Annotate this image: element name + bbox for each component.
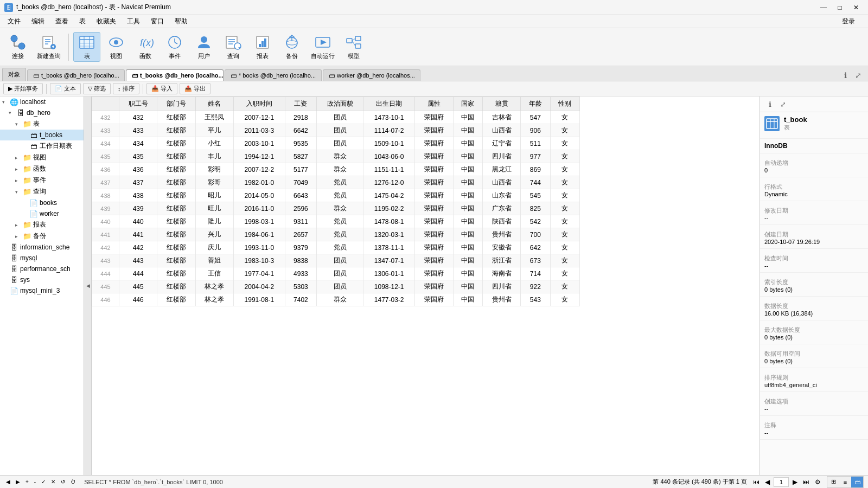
tab-tbooks1[interactable]: 🗃 t_books @db_hero (localho... [27, 69, 125, 81]
cell-11-10[interactable]: 673 [521, 254, 550, 267]
cell-0-6[interactable]: 1473-10-1 [363, 111, 415, 124]
status-refresh[interactable]: ↺ [59, 479, 67, 485]
cell-10-11[interactable]: 女 [550, 241, 579, 254]
cell-2-4[interactable]: 9535 [285, 137, 316, 150]
cell-6-0[interactable]: 438 [119, 189, 157, 202]
cell-0-7[interactable]: 荣国府 [415, 111, 453, 124]
cell-0-11[interactable]: 女 [550, 111, 579, 124]
cell-8-4[interactable]: 9311 [285, 215, 316, 228]
toolbar-query[interactable]: 查询 [220, 33, 247, 61]
cell-0-8[interactable]: 中国 [453, 111, 482, 124]
table-row[interactable]: 436436红楼部彩明2007-12-25177群众1151-11-1荣国府中国… [92, 163, 580, 176]
cell-3-7[interactable]: 荣国府 [415, 150, 453, 163]
sidebar-item-16[interactable]: 🗄sys [0, 274, 84, 285]
cell-6-11[interactable]: 女 [550, 189, 579, 202]
cell-11-7[interactable]: 荣国府 [415, 254, 453, 267]
sidebar-item-13[interactable]: 🗄information_sche [0, 242, 84, 253]
cell-4-4[interactable]: 5177 [285, 163, 316, 176]
cell-7-5[interactable]: 群众 [316, 202, 363, 215]
cell-6-2[interactable]: 昭儿 [195, 189, 233, 202]
cell-14-1[interactable]: 红楼部 [157, 293, 195, 306]
cell-2-0[interactable]: 434 [119, 137, 157, 150]
cell-1-8[interactable]: 中国 [453, 124, 482, 137]
cell-14-2[interactable]: 林之孝 [195, 293, 233, 306]
cell-4-0[interactable]: 436 [119, 163, 157, 176]
cell-10-7[interactable]: 荣国府 [415, 241, 453, 254]
cell-10-0[interactable]: 442 [119, 241, 157, 254]
cell-7-3[interactable]: 2016-11-0 [233, 202, 285, 215]
col-header-4[interactable]: 工资 [285, 97, 316, 111]
cell-8-1[interactable]: 红楼部 [157, 215, 195, 228]
menu-help[interactable]: 帮助 [169, 15, 193, 28]
cell-6-6[interactable]: 1475-04-2 [363, 189, 415, 202]
sidebar-item-2[interactable]: ▾📁表 [0, 118, 84, 130]
cell-11-3[interactable]: 1983-10-3 [233, 254, 285, 267]
cell-10-3[interactable]: 1993-11-0 [233, 241, 285, 254]
cell-1-11[interactable]: 女 [550, 124, 579, 137]
cell-12-2[interactable]: 王信 [195, 267, 233, 280]
cell-9-5[interactable]: 党员 [316, 228, 363, 241]
menu-file[interactable]: 文件 [2, 15, 26, 28]
toolbar-autorun[interactable]: 自动运行 [308, 33, 338, 61]
col-header-1[interactable]: 部门号 [157, 97, 195, 111]
toolbar-backup[interactable]: 备份 [278, 33, 305, 61]
sidebar-item-5[interactable]: ▸📁视图 [0, 152, 84, 163]
cell-5-6[interactable]: 1276-12-0 [363, 176, 415, 189]
minimize-button[interactable]: — [816, 2, 831, 14]
cell-9-10[interactable]: 700 [521, 228, 550, 241]
cell-11-11[interactable]: 女 [550, 254, 579, 267]
tab-object[interactable]: 对象 [2, 68, 26, 81]
col-header-5[interactable]: 政治面貌 [316, 97, 363, 111]
toolbar-function[interactable]: f(x) 函数 [132, 33, 159, 61]
cell-4-2[interactable]: 彩明 [195, 163, 233, 176]
cell-14-10[interactable]: 543 [521, 293, 550, 306]
table-row[interactable]: 438438红楼部昭儿2014-05-06643党员1475-04-2荣国府中国… [92, 189, 580, 202]
cell-3-5[interactable]: 群众 [316, 150, 363, 163]
cell-12-11[interactable]: 女 [550, 267, 579, 280]
col-header-0[interactable]: 职工号 [119, 97, 157, 111]
cell-2-9[interactable]: 辽宁省 [482, 137, 520, 150]
cell-9-4[interactable]: 2657 [285, 228, 316, 241]
cell-5-2[interactable]: 彩哥 [195, 176, 233, 189]
cell-13-2[interactable]: 林之孝 [195, 280, 233, 293]
cell-5-5[interactable]: 党员 [316, 176, 363, 189]
table-area[interactable]: 职工号部门号姓名入职时间工资政治面貌出生日期属性国家籍贯年龄性别 432432红… [92, 97, 760, 475]
cell-10-9[interactable]: 安徽省 [482, 241, 520, 254]
cell-6-9[interactable]: 山东省 [482, 189, 520, 202]
table-row[interactable]: 435435红楼部丰儿1994-12-15827群众1043-06-0荣国府中国… [92, 150, 580, 163]
cell-4-5[interactable]: 群众 [316, 163, 363, 176]
toolbar-user[interactable]: 用户 [190, 33, 218, 61]
cell-8-6[interactable]: 1478-08-1 [363, 215, 415, 228]
toolbar-report[interactable]: 报表 [249, 33, 276, 61]
cell-2-7[interactable]: 荣国府 [415, 137, 453, 150]
sort-button[interactable]: ↕ 排序 [113, 83, 139, 94]
sidebar-item-7[interactable]: ▸📁事件 [0, 175, 84, 186]
cell-12-0[interactable]: 444 [119, 267, 157, 280]
toolbar-new-query[interactable]: 新建查询 [34, 33, 64, 61]
cell-10-5[interactable]: 党员 [316, 241, 363, 254]
cell-8-7[interactable]: 荣国府 [415, 215, 453, 228]
menu-table[interactable]: 表 [74, 15, 91, 28]
next-page-btn[interactable]: ▶ [791, 478, 799, 486]
col-header-11[interactable]: 性别 [550, 97, 579, 111]
cell-8-5[interactable]: 党员 [316, 215, 363, 228]
cell-7-4[interactable]: 2596 [285, 202, 316, 215]
cell-5-0[interactable]: 437 [119, 176, 157, 189]
cell-8-2[interactable]: 隆儿 [195, 215, 233, 228]
col-header-9[interactable]: 籍贯 [482, 97, 520, 111]
cell-12-4[interactable]: 4933 [285, 267, 316, 280]
cell-0-9[interactable]: 吉林省 [482, 111, 520, 124]
cell-0-3[interactable]: 2007-12-1 [233, 111, 285, 124]
cell-5-8[interactable]: 中国 [453, 176, 482, 189]
cell-3-2[interactable]: 丰儿 [195, 150, 233, 163]
cell-5-9[interactable]: 山西省 [482, 176, 520, 189]
sidebar-collapse-btn[interactable]: ◀ [84, 97, 92, 475]
status-check[interactable]: ✓ [40, 479, 47, 485]
tab-books[interactable]: 🗃 * books @db_hero (localho... [225, 69, 322, 81]
cell-10-1[interactable]: 红楼部 [157, 241, 195, 254]
cell-13-8[interactable]: 中国 [453, 280, 482, 293]
cell-10-4[interactable]: 9379 [285, 241, 316, 254]
cell-13-3[interactable]: 2004-04-2 [233, 280, 285, 293]
sidebar-item-14[interactable]: 🗄mysql [0, 253, 84, 264]
col-header-10[interactable]: 年龄 [521, 97, 550, 111]
